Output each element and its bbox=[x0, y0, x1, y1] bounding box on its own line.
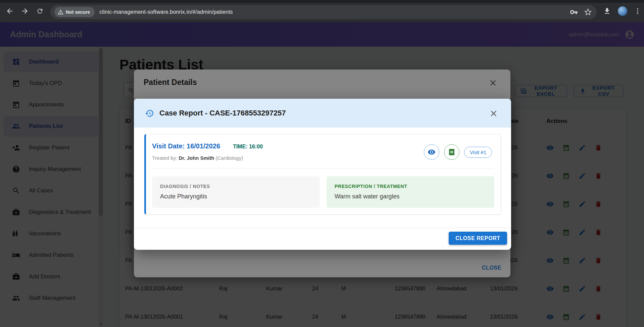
diagnosis-value: Acute Pharyngitis bbox=[160, 193, 207, 200]
prescription-value: Warm salt water gargles bbox=[335, 193, 399, 200]
screen: Admin Dashboard admin@hospital.com Dashb… bbox=[0, 0, 644, 327]
visit-time: TIME: 16:00 bbox=[233, 144, 263, 150]
browser-reload-button[interactable] bbox=[34, 5, 46, 17]
close-report-button[interactable]: CLOSE REPORT bbox=[449, 232, 507, 245]
visit-number-badge: Visit #1 bbox=[464, 147, 492, 158]
case-report-footer: CLOSE REPORT bbox=[134, 228, 511, 250]
doctor-specialty: (Cardiology) bbox=[216, 155, 243, 161]
doctor-name: Dr. John Smith bbox=[179, 155, 214, 161]
history-icon bbox=[145, 109, 154, 118]
password-key-icon[interactable] bbox=[570, 8, 578, 16]
case-report-title: Case Report - CASE-1768553297257 bbox=[159, 109, 286, 118]
browser-back-button[interactable] bbox=[3, 5, 16, 17]
bookmark-star-icon[interactable] bbox=[584, 8, 592, 16]
prescription-label: PRESCRIPTION / TREATMENT bbox=[335, 184, 407, 189]
case-report-header: Case Report - CASE-1768553297257 bbox=[134, 99, 511, 128]
treated-by: Treated by: Dr. John Smith (Cardiology) bbox=[152, 155, 243, 161]
diagnosis-label: DIAGNOSIS / NOTES bbox=[160, 184, 210, 189]
eye-icon bbox=[428, 148, 436, 156]
visit-date: Visit Date: 16/01/2026 bbox=[152, 142, 220, 150]
case-report-modal: Case Report - CASE-1768553297257 Visit D… bbox=[134, 99, 511, 250]
browser-menu-icon[interactable] bbox=[634, 7, 641, 15]
diagnosis-box: DIAGNOSIS / NOTES Acute Pharyngitis bbox=[152, 176, 320, 208]
visit-card: Visit Date: 16/01/2026 TIME: 16:00 Treat… bbox=[144, 134, 501, 215]
not-secure-badge[interactable]: Not secure bbox=[54, 7, 95, 17]
browser-forward-button[interactable] bbox=[18, 5, 31, 17]
address-bar[interactable]: Not secure clinic-management-software.bo… bbox=[50, 5, 597, 19]
case-report-close-icon[interactable] bbox=[489, 109, 498, 118]
divider bbox=[152, 168, 494, 169]
warning-icon bbox=[58, 9, 63, 15]
view-visit-button[interactable] bbox=[424, 144, 439, 160]
prescription-button[interactable] bbox=[444, 144, 459, 160]
browser-profile-avatar[interactable] bbox=[618, 6, 627, 16]
browser-chrome: Not secure clinic-management-software.bo… bbox=[0, 0, 644, 22]
downloads-icon[interactable] bbox=[603, 7, 611, 15]
prescription-box: PRESCRIPTION / TREATMENT Warm salt water… bbox=[327, 176, 494, 208]
url-text[interactable]: clinic-management-software.bonrix.in/#/a… bbox=[99, 9, 233, 15]
receipt-icon bbox=[448, 148, 456, 156]
